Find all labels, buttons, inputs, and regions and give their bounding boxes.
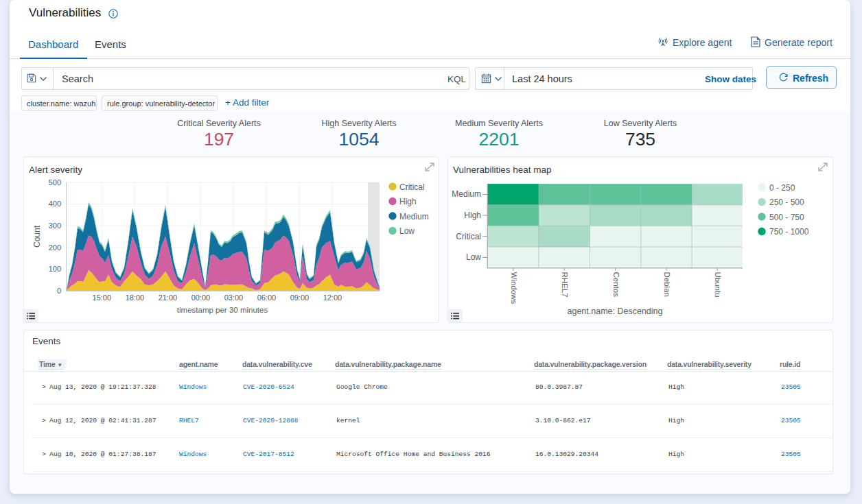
svg-text:Low: Low bbox=[399, 226, 415, 236]
svg-text:500: 500 bbox=[49, 178, 61, 187]
svg-text:00:00: 00:00 bbox=[191, 293, 211, 302]
svg-text:15:00: 15:00 bbox=[93, 293, 112, 302]
svg-text:200: 200 bbox=[49, 243, 61, 252]
svg-text:Critical: Critical bbox=[399, 182, 425, 192]
svg-text:High: High bbox=[399, 197, 417, 206]
svg-text:21:00: 21:00 bbox=[159, 293, 178, 302]
svg-text:09:00: 09:00 bbox=[290, 293, 310, 302]
svg-text:0: 0 bbox=[57, 287, 61, 295]
svg-text:03:00: 03:00 bbox=[224, 293, 244, 302]
svg-text:timestamp per 30 minutes: timestamp per 30 minutes bbox=[177, 306, 268, 314]
svg-text:12:00: 12:00 bbox=[323, 293, 342, 302]
svg-text:Count: Count bbox=[32, 225, 42, 248]
svg-text:18:00: 18:00 bbox=[126, 293, 145, 302]
svg-text:300: 300 bbox=[49, 221, 61, 230]
svg-text:400: 400 bbox=[49, 200, 61, 208]
svg-text:100: 100 bbox=[49, 265, 61, 273]
svg-text:Medium: Medium bbox=[399, 212, 429, 221]
svg-text:06:00: 06:00 bbox=[257, 293, 277, 302]
